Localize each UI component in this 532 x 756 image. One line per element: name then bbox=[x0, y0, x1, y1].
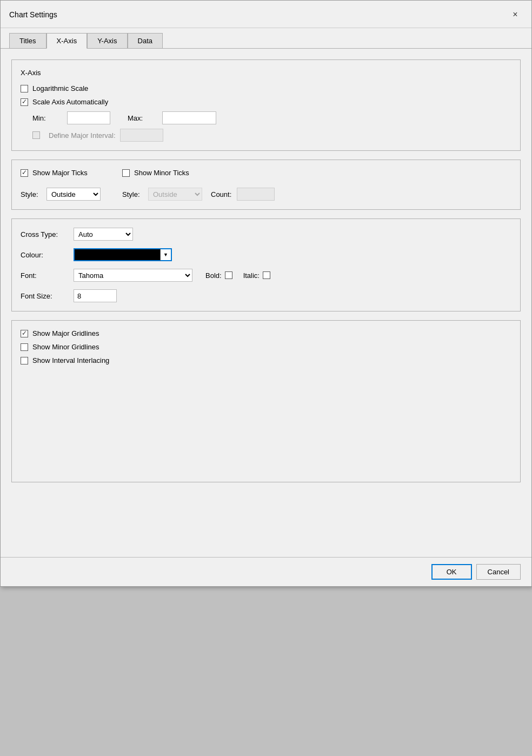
close-button[interactable]: × bbox=[508, 7, 523, 22]
color-dropdown-button[interactable]: ▼ bbox=[160, 248, 172, 261]
show-minor-gridlines-label: Show Minor Gridlines bbox=[32, 343, 99, 351]
font-size-row: Font Size: bbox=[21, 289, 511, 302]
bold-checkbox[interactable] bbox=[225, 271, 232, 279]
minor-ticks-row: Show Minor Ticks bbox=[122, 169, 275, 177]
minor-count-input[interactable] bbox=[237, 188, 275, 201]
xaxis-scale-section: X-Axis Logarithmic Scale Scale Axis Auto… bbox=[11, 59, 521, 151]
major-ticks-group: Show Major Ticks Style: Outside Inside C… bbox=[21, 169, 101, 201]
colour-row: Colour: ▼ bbox=[21, 248, 511, 261]
cancel-button[interactable]: Cancel bbox=[476, 564, 521, 580]
gridlines-section: Show Major Gridlines Show Minor Gridline… bbox=[11, 320, 521, 482]
italic-checkbox[interactable] bbox=[263, 271, 270, 279]
minor-style-row: Style: Outside Inside Cross Count: bbox=[122, 188, 275, 201]
font-row: Font: Tahoma Arial Times New Roman Verda… bbox=[21, 269, 511, 282]
show-major-ticks-checkbox[interactable] bbox=[21, 169, 28, 177]
minor-style-label: Style: bbox=[122, 190, 144, 198]
show-minor-ticks-label: Show Minor Ticks bbox=[134, 169, 189, 177]
cross-type-row: Cross Type: Auto Manual None bbox=[21, 228, 511, 241]
bold-label: Bold: bbox=[205, 271, 222, 280]
tab-titles[interactable]: Titles bbox=[9, 33, 46, 49]
axis-appearance-section: Cross Type: Auto Manual None Colour: ▼ bbox=[11, 218, 521, 311]
tab-yaxis[interactable]: Y-Axis bbox=[87, 33, 127, 49]
show-major-gridlines-label: Show Major Gridlines bbox=[32, 329, 99, 337]
major-gridlines-row: Show Major Gridlines bbox=[21, 329, 511, 337]
scale-auto-checkbox[interactable] bbox=[21, 98, 28, 106]
tab-data[interactable]: Data bbox=[128, 33, 163, 49]
font-size-input[interactable] bbox=[74, 289, 117, 302]
max-label: Max: bbox=[128, 114, 149, 122]
show-interval-interlacing-checkbox[interactable] bbox=[21, 357, 28, 364]
interval-interlacing-row: Show Interval Interlacing bbox=[21, 356, 511, 364]
colour-label: Colour: bbox=[21, 251, 69, 259]
tabs-bar: Titles X-Axis Y-Axis Data bbox=[1, 28, 531, 49]
ok-button[interactable]: OK bbox=[431, 564, 472, 580]
define-interval-label: Define Major Interval: bbox=[49, 131, 116, 140]
cross-type-label: Cross Type: bbox=[21, 230, 69, 238]
minor-ticks-group: Show Minor Ticks Style: Outside Inside C… bbox=[122, 169, 275, 201]
chart-settings-dialog: Chart Settings × Titles X-Axis Y-Axis Da… bbox=[0, 0, 532, 587]
font-size-label: Font Size: bbox=[21, 292, 69, 300]
define-interval-row: Define Major Interval: bbox=[32, 129, 511, 142]
min-input[interactable] bbox=[67, 111, 110, 124]
show-interval-interlacing-label: Show Interval Interlacing bbox=[32, 356, 109, 364]
min-label: Min: bbox=[32, 114, 54, 122]
show-minor-ticks-checkbox[interactable] bbox=[122, 169, 130, 177]
xaxis-section-title: X-Axis bbox=[21, 69, 511, 77]
cross-type-select[interactable]: Auto Manual None bbox=[74, 228, 133, 241]
color-picker: ▼ bbox=[74, 248, 172, 261]
italic-label: Italic: bbox=[243, 271, 260, 280]
major-style-select[interactable]: Outside Inside Cross bbox=[46, 188, 101, 201]
scale-auto-row: Scale Axis Automatically bbox=[21, 98, 511, 106]
ticks-section: Show Major Ticks Style: Outside Inside C… bbox=[11, 160, 521, 210]
minor-count-label: Count: bbox=[211, 190, 232, 198]
major-style-label: Style: bbox=[21, 190, 42, 198]
show-major-gridlines-checkbox[interactable] bbox=[21, 330, 28, 337]
show-major-ticks-label: Show Major Ticks bbox=[32, 169, 88, 177]
logarithmic-scale-label: Logarithmic Scale bbox=[32, 84, 88, 92]
minor-style-select[interactable]: Outside Inside Cross bbox=[148, 188, 202, 201]
max-input[interactable] bbox=[162, 111, 216, 124]
font-label: Font: bbox=[21, 271, 69, 280]
major-ticks-row: Show Major Ticks bbox=[21, 169, 101, 177]
scale-auto-label: Scale Axis Automatically bbox=[32, 98, 108, 106]
content-area: X-Axis Logarithmic Scale Scale Axis Auto… bbox=[1, 49, 531, 557]
ticks-groups: Show Major Ticks Style: Outside Inside C… bbox=[21, 169, 511, 201]
font-select[interactable]: Tahoma Arial Times New Roman Verdana bbox=[74, 269, 192, 282]
title-bar: Chart Settings × bbox=[1, 1, 531, 28]
logarithmic-scale-checkbox[interactable] bbox=[21, 85, 28, 92]
min-max-row: Min: Max: bbox=[32, 111, 511, 124]
define-interval-input[interactable] bbox=[120, 129, 163, 142]
footer: OK Cancel bbox=[1, 557, 531, 586]
minor-gridlines-row: Show Minor Gridlines bbox=[21, 343, 511, 351]
color-display[interactable] bbox=[74, 248, 160, 261]
define-interval-checkbox[interactable] bbox=[32, 131, 40, 139]
logarithmic-row: Logarithmic Scale bbox=[21, 84, 511, 92]
main-content: X-Axis Logarithmic Scale Scale Axis Auto… bbox=[11, 59, 521, 546]
show-minor-gridlines-checkbox[interactable] bbox=[21, 343, 28, 351]
major-style-row: Style: Outside Inside Cross bbox=[21, 188, 101, 201]
tab-xaxis[interactable]: X-Axis bbox=[46, 33, 88, 49]
dialog-title: Chart Settings bbox=[9, 10, 57, 19]
